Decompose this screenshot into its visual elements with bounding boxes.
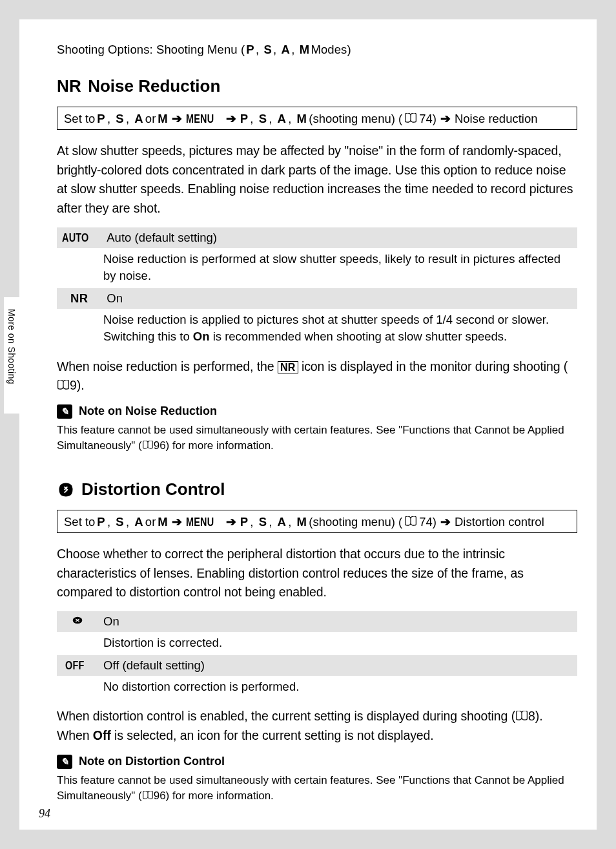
section-sidebar-label: More on Shooting bbox=[6, 309, 17, 384]
option-label: Auto (default setting) bbox=[101, 227, 577, 248]
arrow-icon: ➔ bbox=[170, 112, 184, 126]
header-text-b: Modes) bbox=[311, 43, 351, 57]
menu-icon: MENU bbox=[186, 112, 214, 126]
nr-intro-text: At slow shutter speeds, pictures may be … bbox=[57, 142, 577, 218]
option-label: On bbox=[98, 611, 577, 632]
dc-title-text: Distortion Control bbox=[81, 479, 225, 499]
option-description: Distortion is corrected. bbox=[57, 632, 577, 655]
nr-title-text: Noise Reduction bbox=[88, 76, 220, 96]
mode-m: M bbox=[300, 43, 310, 57]
section-title-distortion-control: Distortion Control bbox=[57, 479, 577, 499]
option-row-on: NR On bbox=[57, 288, 577, 309]
pencil-icon: ✎ bbox=[57, 755, 72, 769]
nr-options-table: AUTO Auto (default setting) Noise reduct… bbox=[57, 227, 577, 350]
option-row-off: OFF Off (default setting) bbox=[57, 655, 577, 676]
arrow-icon: ➔ bbox=[438, 515, 453, 529]
note-title: Note on Distortion Control bbox=[79, 755, 225, 768]
option-description: No distortion correction is performed. bbox=[57, 676, 577, 699]
page-header-breadcrumb: Shooting Options: Shooting Menu ( P, S, … bbox=[57, 43, 577, 57]
arrow-icon: ➔ bbox=[170, 515, 184, 529]
dc-options-table: On Distortion is corrected. OFF Off (def… bbox=[57, 611, 577, 700]
distortion-icon bbox=[70, 615, 85, 625]
arrow-icon: ➔ bbox=[438, 112, 453, 126]
mode-s: S bbox=[263, 43, 272, 57]
option-description: Noise reduction is performed at slow shu… bbox=[57, 248, 577, 289]
off-icon: OFF bbox=[65, 658, 85, 673]
note-noise-reduction: ✎ Note on Noise Reduction This feature c… bbox=[57, 404, 577, 454]
option-label: On bbox=[101, 288, 577, 309]
book-icon bbox=[142, 791, 154, 799]
book-icon bbox=[57, 380, 70, 390]
note-body: This feature cannot be used simultaneous… bbox=[57, 423, 577, 454]
book-icon bbox=[404, 113, 417, 123]
book-icon bbox=[142, 441, 154, 449]
nr-icon: NR bbox=[57, 76, 81, 96]
auto-icon: AUTO bbox=[62, 231, 89, 245]
nr-after-text: When noise reduction is performed, the N… bbox=[57, 357, 577, 395]
option-label: Off (default setting) bbox=[98, 655, 577, 676]
navigation-path-nr: Set to P, S, A or M ➔ MENU ➔ P, S, A, M … bbox=[57, 107, 577, 130]
arrow-icon: ➔ bbox=[224, 515, 238, 529]
option-row-on: On bbox=[57, 611, 577, 632]
note-body: This feature cannot be used simultaneous… bbox=[57, 773, 577, 804]
note-distortion-control: ✎ Note on Distortion Control This featur… bbox=[57, 755, 577, 804]
book-icon bbox=[404, 516, 417, 526]
distortion-icon bbox=[57, 481, 75, 499]
header-text: Shooting Options: Shooting Menu ( bbox=[57, 43, 245, 57]
mode-a: A bbox=[282, 43, 291, 57]
pencil-icon: ✎ bbox=[57, 404, 72, 419]
navigation-path-dc: Set to P, S, A or M ➔ MENU ➔ P, S, A, M … bbox=[57, 510, 577, 533]
manual-page: More on Shooting Shooting Options: Shoot… bbox=[19, 19, 597, 830]
nr-icon: NR bbox=[70, 291, 88, 305]
dc-after-text: When distortion control is enabled, the … bbox=[57, 707, 577, 745]
note-title: Note on Noise Reduction bbox=[79, 404, 217, 418]
page-number: 94 bbox=[39, 807, 50, 821]
book-icon bbox=[515, 711, 528, 720]
option-row-auto: AUTO Auto (default setting) bbox=[57, 227, 577, 248]
arrow-icon: ➔ bbox=[224, 112, 238, 126]
menu-icon: MENU bbox=[186, 515, 214, 529]
section-title-noise-reduction: NR Noise Reduction bbox=[57, 76, 577, 96]
dc-intro-text: Choose whether to correct the peripheral… bbox=[57, 545, 577, 602]
option-description: Noise reduction is applied to pictures s… bbox=[57, 309, 577, 350]
mode-p: P bbox=[246, 43, 254, 57]
nr-boxed-icon: NR bbox=[278, 361, 298, 373]
